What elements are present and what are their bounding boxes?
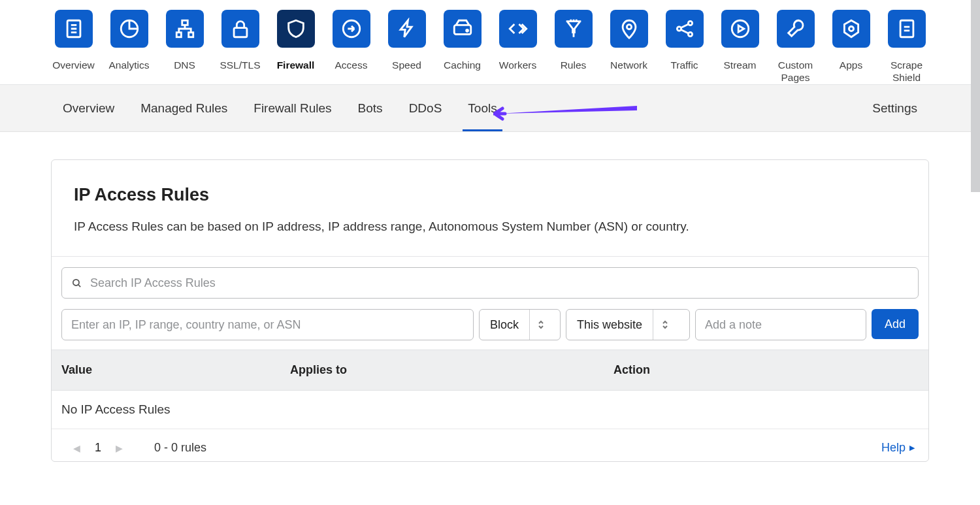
share-icon [674,18,696,40]
pager-prev[interactable]: ◀ [73,443,80,453]
svg-rect-4 [188,33,193,37]
nav-dns[interactable]: DNS [166,10,204,84]
shield-icon [285,18,307,40]
wrench-icon [785,18,807,40]
primary-nav: Overview Analytics DNS SSL/TLS Firewall … [0,0,980,85]
search-input[interactable] [82,276,909,290]
svg-point-14 [849,26,853,31]
nav-caching[interactable]: Caching [444,10,482,84]
note-input[interactable] [695,309,866,340]
scope-select[interactable]: This website [566,309,690,340]
pager-next[interactable]: ▶ [116,443,123,453]
code-icon [507,18,529,40]
svg-point-8 [466,29,468,31]
col-applies: Applies to [280,350,604,390]
nav-scrape-shield[interactable]: Scrape Shield [888,10,926,84]
lock-icon [229,18,252,40]
login-icon [340,18,363,40]
nav-traffic[interactable]: Traffic [666,10,704,84]
nav-analytics[interactable]: Analytics [110,10,148,84]
svg-rect-5 [234,28,247,37]
funnel-icon [563,18,585,40]
nav-firewall[interactable]: Firewall [277,10,315,84]
svg-point-12 [688,32,692,36]
pin-icon [618,18,640,40]
card-title: IP Access Rules [74,185,906,205]
nav-access[interactable]: Access [333,10,370,84]
chevron-sort-icon [529,310,553,340]
pie-icon [118,18,140,40]
bolt-icon [396,18,418,40]
svg-rect-3 [176,33,181,37]
subtab-overview[interactable]: Overview [63,85,114,131]
svg-point-13 [732,20,749,37]
nav-speed[interactable]: Speed [388,10,426,84]
svg-rect-2 [182,20,188,25]
nav-overview[interactable]: Overview [55,10,93,84]
subtab-tools[interactable]: Tools [468,85,497,131]
search-icon [71,278,82,289]
ip-access-rules-card: IP Access Rules IP Access Rules can be b… [51,159,929,462]
document-icon [896,18,918,40]
action-select[interactable]: Block [479,309,561,340]
subtab-settings[interactable]: Settings [872,101,917,116]
col-action: Action [604,350,928,390]
nav-ssl[interactable]: SSL/TLS [221,10,259,84]
subtab-bots[interactable]: Bots [358,85,383,131]
annotation-arrow [493,106,637,122]
add-button[interactable]: Add [872,309,919,339]
firewall-subnav: Overview Managed Rules Firewall Rules Bo… [0,85,980,132]
col-value: Value [52,350,280,390]
svg-point-11 [688,21,692,25]
card-description: IP Access Rules can be based on IP addre… [74,220,906,234]
svg-point-10 [677,27,681,31]
svg-rect-15 [900,20,913,37]
caret-right-icon: ▶ [909,444,915,452]
pager-page: 1 [95,441,101,455]
scrollbar[interactable] [971,0,980,192]
nav-apps[interactable]: Apps [832,10,870,84]
nav-stream[interactable]: Stream [721,10,759,84]
rules-count: 0 - 0 rules [154,441,206,455]
table-header: Value Applies to Action [52,350,928,391]
subtab-ddos[interactable]: DDoS [409,85,442,131]
drive-icon [451,18,474,40]
help-link[interactable]: Help ▶ [881,441,919,455]
subtab-managed-rules[interactable]: Managed Rules [140,85,227,131]
table-empty-message: No IP Access Rules [52,391,928,429]
nav-custom-pages[interactable]: Custom Pages [777,10,815,84]
svg-point-9 [627,25,631,29]
table-footer: ◀ 1 ▶ 0 - 0 rules Help ▶ [61,429,919,461]
chevron-sort-icon [653,310,676,340]
svg-point-16 [73,279,79,285]
nav-workers[interactable]: Workers [499,10,537,84]
search-container[interactable] [61,267,919,299]
nav-rules[interactable]: Rules [555,10,593,84]
clipboard-icon [63,18,85,40]
sitemap-icon [174,18,196,40]
nav-network[interactable]: Network [610,10,648,84]
play-circle-icon [729,18,751,40]
ip-input[interactable] [61,309,474,340]
subtab-firewall-rules[interactable]: Firewall Rules [253,85,331,131]
hexagon-icon [840,18,862,40]
